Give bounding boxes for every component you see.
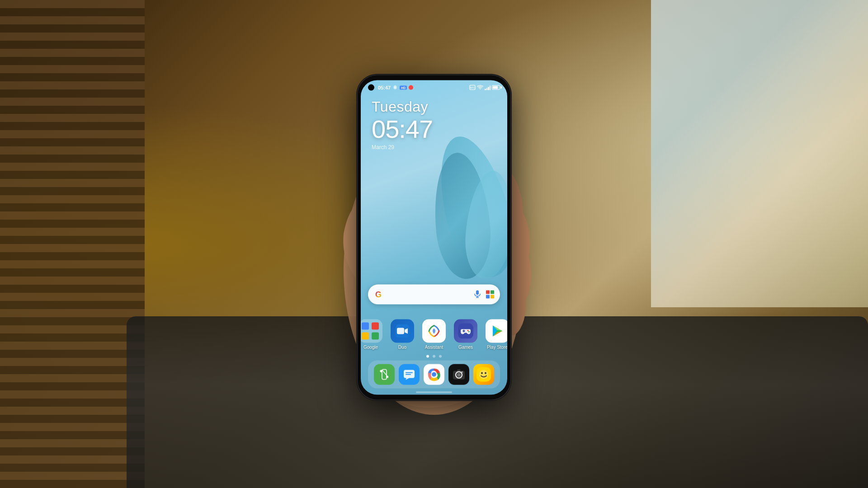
dock-messages-button[interactable] [399,364,420,385]
svg-point-35 [457,373,461,377]
visual-search-button[interactable] [486,290,495,299]
signal-strength-icon [485,85,491,90]
google-search-bar[interactable]: G [368,285,500,305]
phone-screen: 05:47 HD NFC [361,80,507,395]
status-bar: 05:47 HD NFC [361,80,507,95]
svg-rect-14 [491,295,494,299]
gear-icon [392,85,398,90]
clock-time: 05:47 [372,115,433,143]
svg-rect-13 [486,295,490,299]
clock-day: Tuesday [372,99,433,115]
front-camera [368,84,374,91]
app-assistant[interactable]: Assistant [422,319,446,350]
svg-text:NFC: NFC [470,86,475,89]
assistant-icon [422,319,446,343]
page-dot-1 [426,355,429,358]
wallpaper-decoration [399,117,507,343]
svg-point-38 [479,370,488,379]
svg-rect-16 [397,328,404,334]
app-google[interactable]: Google [361,319,382,350]
google-icon-red [372,323,379,330]
google-icon-green [372,332,379,339]
app-assistant-label: Assistant [425,345,443,350]
nfc-icon: NFC [469,85,476,90]
svg-rect-11 [486,291,490,294]
google-icon-blue [362,323,369,330]
voice-search-button[interactable] [473,290,482,299]
clock-widget: Tuesday 05:47 March 29 [372,99,433,150]
app-playstore[interactable]: Play Store [486,319,507,350]
games-icon [454,319,477,343]
page-dot-3 [439,355,442,358]
dock-camera-button[interactable] [448,364,469,385]
battery-icon [492,85,500,90]
page-indicator [361,355,507,358]
app-icons-row: Google [361,319,507,350]
svg-rect-21 [463,330,464,333]
svg-point-40 [485,372,486,374]
phone-device: 05:47 HD NFC [357,75,511,400]
svg-rect-12 [491,291,494,294]
red-notification-dot [409,85,413,90]
hd-badge: HD [400,85,407,89]
dock-phone-button[interactable] [374,364,395,385]
svg-point-23 [468,331,470,333]
app-games[interactable]: Games [454,319,477,350]
clock-date: March 29 [372,144,433,150]
status-bar-left: 05:47 HD [368,84,413,91]
wifi-icon [477,85,483,90]
dock-shelf-button[interactable] [473,364,494,385]
window-light [651,0,868,307]
home-indicator [416,392,452,393]
svg-point-39 [481,372,483,374]
google-logo: G [373,290,383,300]
google-icon-yellow [362,332,369,339]
svg-rect-8 [476,291,479,295]
svg-point-32 [432,372,436,377]
page-dot-2 [433,355,435,358]
app-playstore-label: Play Store [487,345,507,350]
svg-point-36 [461,371,463,373]
app-games-label: Games [458,345,473,350]
duo-icon [391,319,414,343]
dock-chrome-button[interactable] [424,364,444,385]
app-duo-label: Duo [398,345,406,350]
blinds-decoration [0,0,145,488]
dock-bar [368,361,500,389]
playstore-icon [486,319,507,343]
svg-point-22 [467,330,469,331]
app-google-label: Google [363,345,378,350]
status-bar-right: NFC [469,85,500,90]
status-time: 05:47 [378,85,391,90]
app-duo[interactable]: Duo [391,319,414,350]
